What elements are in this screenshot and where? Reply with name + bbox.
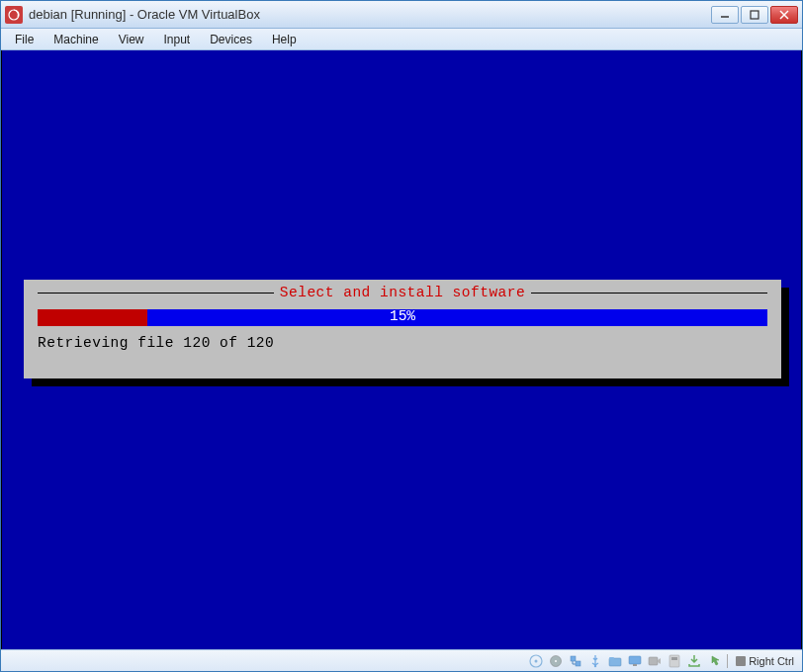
close-button[interactable] [770, 6, 798, 24]
app-icon [5, 6, 23, 24]
svg-rect-19 [669, 655, 679, 667]
titlebar: debian [Running] - Oracle VM VirtualBox [1, 1, 802, 29]
svg-rect-18 [649, 657, 658, 665]
usb-icon[interactable] [586, 653, 604, 669]
menu-file[interactable]: File [5, 31, 44, 48]
svg-rect-20 [671, 657, 677, 660]
menu-help[interactable]: Help [262, 31, 307, 48]
audio-icon[interactable] [666, 653, 683, 669]
network-icon[interactable] [567, 653, 584, 669]
status-separator [727, 654, 728, 668]
host-key-label: Right Ctrl [749, 655, 794, 667]
vm-display[interactable]: Select and install software 15% Retrievi… [1, 50, 802, 649]
dialog-box: Select and install software 15% Retrievi… [24, 280, 781, 378]
installer-dialog: Select and install software 15% Retrievi… [24, 280, 781, 378]
svg-point-13 [594, 664, 596, 666]
svg-point-8 [555, 660, 557, 662]
clipboard-icon[interactable] [685, 653, 703, 669]
dialog-title: Select and install software [274, 285, 531, 300]
window-title: debian [Running] - Oracle VM VirtualBox [29, 7, 711, 22]
statusbar: Right Ctrl [1, 649, 802, 671]
progress-bar: 15% [38, 309, 767, 326]
recording-icon[interactable] [646, 653, 664, 669]
menu-devices[interactable]: Devices [200, 31, 262, 48]
dialog-title-row: Select and install software [38, 285, 767, 300]
menubar: File Machine View Input Devices Help [1, 29, 802, 50]
menu-input[interactable]: Input [154, 31, 201, 48]
svg-rect-15 [609, 657, 614, 660]
svg-point-6 [535, 659, 538, 662]
svg-rect-9 [571, 656, 576, 661]
mouse-integration-icon[interactable] [705, 653, 723, 669]
svg-rect-10 [576, 661, 580, 666]
menu-machine[interactable]: Machine [44, 31, 108, 48]
svg-rect-2 [751, 11, 758, 19]
svg-rect-16 [629, 656, 641, 664]
keyboard-icon [736, 656, 746, 666]
display-icon[interactable] [626, 653, 644, 669]
minimize-button[interactable] [711, 6, 739, 24]
hdd-icon[interactable] [547, 653, 565, 669]
svg-rect-17 [633, 664, 637, 666]
window-controls [711, 6, 798, 24]
progress-percent-label: 15% [38, 308, 767, 324]
menu-view[interactable]: View [109, 31, 154, 48]
installer-status-text: Retrieving file 120 of 120 [38, 335, 274, 351]
shared-folder-icon[interactable] [606, 653, 624, 669]
maximize-button[interactable] [741, 6, 768, 24]
host-key-indicator[interactable]: Right Ctrl [732, 655, 798, 667]
disc-icon[interactable] [527, 653, 545, 669]
